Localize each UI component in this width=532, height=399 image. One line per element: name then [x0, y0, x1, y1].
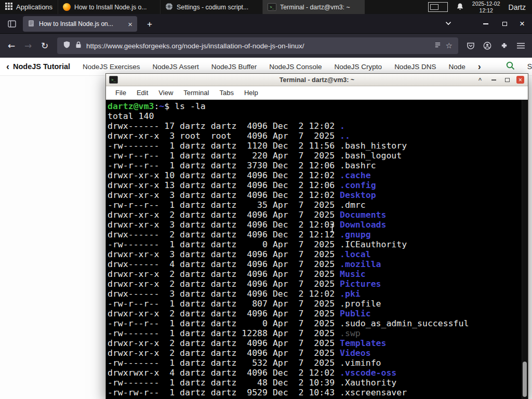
- file-name: .: [340, 121, 345, 131]
- pocket-icon[interactable]: [462, 38, 479, 54]
- maximize-icon: [502, 22, 507, 26]
- window-maximize-button[interactable]: [498, 17, 511, 31]
- reader-mode-icon[interactable]: [434, 41, 441, 50]
- file-attributes: -rw-r--r-- 1 dartz dartz 3730 Dec 2 12:0…: [108, 161, 340, 170]
- terminal-title-bar[interactable]: >_ Terminal - dartz@vm3: ~ ^ ×: [106, 74, 528, 86]
- terminal-menu-bar: File Edit View Terminal Tabs Help: [106, 86, 528, 100]
- typed-command: ls -la: [169, 101, 206, 111]
- reload-icon[interactable]: ↻: [36, 38, 53, 54]
- url-text[interactable]: https://www.geeksforgeeks.org/node-js/in…: [86, 42, 430, 50]
- tab-title: How to Install Node.js on...: [39, 20, 124, 28]
- notification-bell-icon[interactable]: [456, 3, 464, 12]
- terminal-output-line: drwxr-xr-x 3 dartz dartz 4096 Dec 2 12:0…: [108, 220, 521, 230]
- site-nav-link[interactable]: NodeJS Console: [269, 63, 322, 71]
- site-nav-active-item[interactable]: ‹ NodeJS Tutorial: [6, 62, 70, 71]
- account-icon[interactable]: [479, 38, 496, 54]
- taskbar-item-browser[interactable]: How to Install Node.js o...: [58, 0, 160, 14]
- file-attributes: drwx------ 4 dartz dartz 4096 Apr 7 2025: [108, 259, 340, 269]
- menu-edit[interactable]: Edit: [131, 89, 153, 97]
- site-nav-active-label: NodeJS Tutorial: [13, 62, 70, 71]
- file-name: Desktop: [340, 190, 376, 200]
- file-attributes: drwx------ 3 dartz dartz 4096 Dec 2 12:0…: [108, 289, 340, 299]
- site-nav-link[interactable]: NodeJS Exercises: [83, 63, 140, 71]
- file-attributes: drwxr-xr-x 2 dartz dartz 4096 Apr 7 2025: [108, 269, 340, 279]
- window-minimize-button[interactable]: [479, 17, 493, 31]
- file-name: .bash_history: [340, 141, 407, 151]
- terminal-window: >_ Terminal - dartz@vm3: ~ ^ × File Edit…: [105, 73, 528, 399]
- file-name: .sudo_as_admin_successful: [340, 318, 469, 328]
- bookmark-star-icon[interactable]: ☆: [446, 42, 453, 50]
- clock-date: 2025-12-02: [472, 1, 500, 7]
- window-close-button[interactable]: ×: [515, 17, 529, 31]
- browser-tab[interactable]: How to Install Node.js on... ×: [23, 16, 137, 32]
- file-name: .ICEauthority: [340, 240, 407, 249]
- panel-user-menu[interactable]: Dartz: [509, 3, 526, 11]
- panel-clock[interactable]: 2025-12-02 12:12: [472, 1, 500, 14]
- terminal-output-line: -rw------- 1 dartz dartz 48 Dec 2 10:39 …: [108, 378, 521, 388]
- settings-icon: [165, 3, 173, 12]
- menu-tabs[interactable]: Tabs: [214, 89, 238, 97]
- site-nav-link[interactable]: NodeJS Buffer: [211, 63, 257, 71]
- applications-menu-button[interactable]: Applications: [0, 0, 58, 14]
- site-nav-link[interactable]: Node: [448, 63, 465, 71]
- terminal-prompt-line: dartz@vm3:~$ ls -la: [108, 101, 521, 111]
- terminal-output-line: drwx------ 2 dartz dartz 4096 Dec 2 12:1…: [108, 230, 521, 240]
- menu-hamburger-icon[interactable]: [512, 38, 529, 54]
- terminal-output-line: drwx------ 4 dartz dartz 4096 Apr 7 2025…: [108, 259, 521, 269]
- terminal-total-line: total 140: [108, 111, 521, 121]
- terminal-output-line: drwx------ 3 dartz dartz 4096 Dec 2 12:0…: [108, 289, 521, 299]
- prompt-path: ~: [159, 101, 164, 111]
- forward-icon[interactable]: →: [20, 38, 36, 54]
- close-button[interactable]: ×: [516, 76, 524, 84]
- terminal-window-controls: ^ ×: [476, 76, 528, 84]
- terminal-output-line: drwxr-xr-x 2 dartz dartz 4096 Apr 7 2025…: [108, 348, 521, 358]
- terminal-output[interactable]: dartz@vm3:~$ ls -la total 140 drwx------…: [106, 100, 528, 399]
- menu-view[interactable]: View: [153, 89, 178, 97]
- terminal-output-line: -rw------- 1 dartz dartz 1120 Dec 2 11:5…: [108, 141, 521, 151]
- site-nav-link[interactable]: NodeJS DNS: [394, 63, 436, 71]
- maximize-button[interactable]: [503, 76, 511, 84]
- site-nav-link[interactable]: NodeJS Assert: [152, 63, 198, 71]
- file-attributes: drwxr-xr-x 2 dartz dartz 4096 Apr 7 2025: [108, 309, 340, 318]
- shade-button[interactable]: ^: [476, 76, 484, 84]
- file-name: Documents: [340, 210, 386, 220]
- sign-in-button[interactable]: Sign In: [527, 62, 532, 71]
- file-attributes: drwxr-xr-x 3 dartz dartz 4096 Apr 7 2025: [108, 249, 340, 259]
- menu-help[interactable]: Help: [239, 89, 263, 97]
- terminal-output-line: drwxr-xr-x 13 dartz dartz 4096 Dec 2 12:…: [108, 180, 521, 190]
- file-attributes: drwxr-xr-x 3 dartz dartz 4096 Dec 2 12:0…: [108, 190, 340, 200]
- new-tab-button[interactable]: +: [143, 18, 156, 31]
- terminal-output-line: -rw------- 1 dartz dartz 0 Apr 7 2025 .I…: [108, 240, 521, 249]
- url-bar[interactable]: https://www.geeksforgeeks.org/node-js/in…: [57, 37, 458, 54]
- site-search-icon[interactable]: [506, 61, 515, 72]
- terminal-output-line: drwxr-xr-x 3 dartz dartz 4096 Dec 2 12:0…: [108, 190, 521, 200]
- list-all-tabs-icon[interactable]: [442, 21, 455, 25]
- file-name: .pki: [340, 289, 361, 299]
- workspace-switcher[interactable]: [428, 2, 448, 12]
- file-attributes: drwxr-xr-x 2 dartz dartz 4096 Apr 7 2025: [108, 210, 340, 220]
- terminal-title: Terminal - dartz@vm3: ~: [106, 76, 528, 84]
- terminal-scrollbar[interactable]: [522, 100, 528, 399]
- lock-icon[interactable]: [75, 41, 82, 50]
- terminal-output-line: drwxr-xr-x 2 dartz dartz 4096 Apr 7 2025…: [108, 338, 521, 348]
- file-attributes: drwxr-xr-x 2 dartz dartz 4096 Apr 7 2025: [108, 348, 340, 358]
- scrollbar-thumb[interactable]: [523, 362, 527, 397]
- file-attributes: drwxr-xr-x 3 dartz dartz 4096 Dec 2 12:0…: [108, 220, 340, 230]
- taskbar-item-terminal[interactable]: >_ Terminal - dartz@vm3: ~: [262, 0, 365, 14]
- minimize-button[interactable]: [489, 76, 498, 84]
- file-attributes: drwxrwxr-x 4 dartz dartz 4096 Dec 2 12:0…: [108, 368, 340, 378]
- firefox-view-icon[interactable]: [6, 19, 18, 29]
- menu-terminal[interactable]: Terminal: [178, 89, 214, 97]
- tracking-shield-icon[interactable]: [63, 41, 71, 51]
- file-name: Music: [340, 269, 366, 279]
- chevron-left-icon[interactable]: ‹: [6, 62, 9, 71]
- extensions-icon[interactable]: [496, 38, 512, 54]
- back-icon[interactable]: ←: [3, 38, 20, 54]
- chevron-right-icon[interactable]: ›: [478, 62, 481, 71]
- desktop: Applications How to Install Node.js o...…: [0, 0, 532, 399]
- taskbar-item-settings[interactable]: Settings - codium script...: [160, 0, 262, 14]
- tab-close-icon[interactable]: ×: [128, 20, 132, 28]
- terminal-output-line: drwxrwxr-x 4 dartz dartz 4096 Dec 2 12:0…: [108, 368, 521, 378]
- site-nav-link[interactable]: NodeJS Crypto: [335, 63, 382, 71]
- menu-file[interactable]: File: [110, 89, 131, 97]
